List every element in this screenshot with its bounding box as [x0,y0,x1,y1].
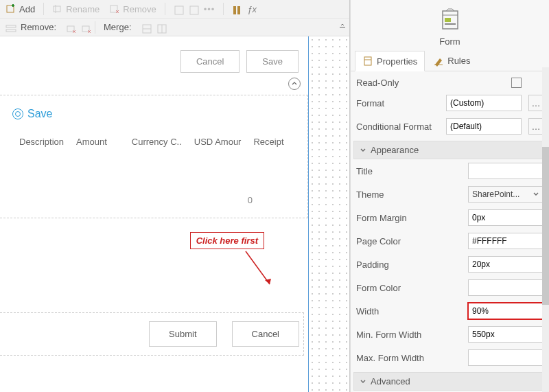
collapse-toggle-icon[interactable] [288,78,301,90]
padding-input[interactable] [468,256,544,273]
prop-width-label: Width [356,306,464,316]
theme-select[interactable]: SharePoint... [468,186,544,203]
svg-rect-7 [6,25,16,27]
prop-condformat-label: Conditional Format [356,122,442,132]
add-icon [5,3,16,14]
toolbar-rename: Rename [49,2,102,16]
submit-button[interactable]: Submit [149,321,216,347]
prop-padding-label: Padding [356,260,464,270]
col-amount: Amount [76,137,107,147]
toolbar-rename-label: Rename [66,4,100,14]
remove-row-1-icon [63,22,74,33]
svg-rect-14 [445,18,451,22]
condformat-input[interactable] [446,118,522,135]
toolbar: Add Rename Remove ••• ƒx [0,0,349,36]
formcolor-input[interactable] [468,279,544,296]
minwidth-input[interactable] [468,326,544,343]
toolbar-grid-icon[interactable] [229,3,240,14]
column-headers: Description Amount Currency C.. USD Amou… [0,127,301,174]
prop-title-label: Title [356,166,464,176]
save-button[interactable]: Save [246,50,299,73]
prop-format-label: Format [356,98,442,108]
svg-rect-4 [190,6,198,14]
prop-readonly: Read-Only [353,74,546,91]
cancel2-button[interactable]: Cancel [232,321,299,347]
annotation-callout: Click here first [190,232,264,249]
annotation-text: Click here first [190,232,264,249]
toolbar-overflow-icon[interactable] [338,22,347,32]
chevron-down-icon [533,191,539,198]
section-advanced[interactable]: Advanced [353,372,546,391]
prop-format: Format … [353,91,546,115]
format-ellipsis-button[interactable]: … [528,95,544,111]
prop-theme-label: Theme [356,189,464,200]
remove-icon [109,3,120,14]
annotation-arrow-icon [242,250,277,298]
tab-properties[interactable]: Properties [355,51,425,71]
col-currency: Currency C.. [132,137,182,147]
properties-panel: Form Properties Rules Read-Only Format … [350,0,549,392]
toolbar-action-2-icon [186,3,197,14]
prop-margin-label: Form Margin [356,213,464,223]
readonly-checkbox[interactable] [511,78,522,88]
section-appearance[interactable]: Appearance [353,141,546,159]
maxwidth-input[interactable] [468,349,544,366]
width-input[interactable] [468,303,544,319]
svg-rect-8 [6,30,16,32]
merge-2-icon [154,22,165,33]
format-input[interactable] [446,95,522,111]
tab-rules-label: Rules [447,56,470,66]
tab-properties-label: Properties [377,56,417,67]
svg-rect-2 [110,5,117,12]
prop-formcolor-label: Form Color [356,283,464,293]
target-icon [12,108,23,119]
form-canvas[interactable]: Cancel Save Save Description Amount Curr… [0,36,308,392]
prop-pagecolor-label: Page Color [356,236,464,246]
col-usd: USD Amour [194,137,242,147]
col-receipt: Receipt [253,137,283,147]
prop-readonly-label: Read-Only [356,78,507,88]
section-appearance-label: Appearance [371,145,419,155]
rename-icon [52,3,63,14]
condformat-ellipsis-button[interactable]: … [528,118,544,135]
svg-rect-3 [175,6,183,14]
prop-condformat: Conditional Format … [353,115,546,138]
rules-icon [433,56,444,67]
toolbar-remove-label: Remove [123,4,156,14]
toolbar-rowaction-icon [3,22,14,33]
tab-rules[interactable]: Rules [426,51,477,71]
theme-value: SharePoint... [472,189,519,199]
ruler-area[interactable] [308,36,349,392]
prop-maxwidth-label: Max. Form Width [356,353,464,363]
remove-row-2-icon [78,22,89,33]
chevron-down-icon [360,378,366,385]
properties-icon [362,56,373,67]
fx-icon[interactable]: ƒx [244,3,259,16]
total-value: 0 [0,195,301,205]
prop-minwidth-label: Min. Form Width [356,330,464,340]
toolbar-add-label: Add [19,4,35,14]
svg-rect-17 [434,65,443,65]
margin-input[interactable] [468,209,544,226]
toolbar-action-1-icon [171,3,182,14]
form-icon [439,23,462,34]
cancel-button[interactable]: Cancel [180,50,240,73]
svg-rect-1 [54,6,60,12]
panel-title: Form [351,36,549,47]
merge-1-icon [139,22,150,33]
chevron-down-icon [360,147,366,154]
col-description: Description [19,137,64,147]
more-icon: ••• [201,3,218,16]
toolbar-removerow-label: Remove: [18,21,59,34]
toolbar-merge-label: Merge: [101,21,134,34]
scrollbar-thumb[interactable] [542,147,549,305]
svg-rect-16 [364,57,371,65]
form-section[interactable]: Save Description Amount Currency C.. USD… [0,95,308,218]
toolbar-add[interactable]: Add [3,2,38,16]
svg-rect-6 [237,6,240,14]
pagecolor-input[interactable] [468,233,544,249]
svg-rect-5 [233,6,236,14]
title-input[interactable] [468,163,544,179]
section-advanced-label: Advanced [371,376,410,387]
svg-rect-15 [445,23,456,25]
